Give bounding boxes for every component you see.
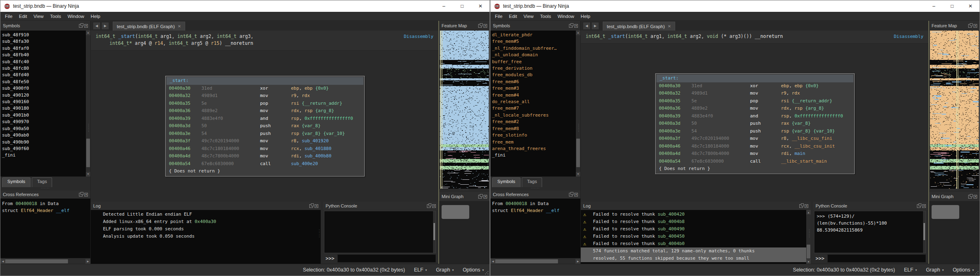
tab-close-icon[interactable]: ✕	[668, 24, 671, 29]
menu-edit[interactable]: Edit	[506, 14, 521, 19]
symbol-list-item[interactable]: free_derivation	[492, 65, 576, 72]
titlebar[interactable]: test_strip.bndb — Binary Ninja –□✕	[490, 0, 980, 12]
disasm-row[interactable]: 00400a364889e2movrdx, rsp {arg_8}	[656, 105, 854, 113]
log-line[interactable]: ⚠Failed to resolve thunk sub_400420	[581, 211, 811, 218]
menu-tools[interactable]: Tools	[537, 14, 554, 19]
console-scrollbar[interactable]	[923, 211, 925, 253]
graph-view[interactable]: _start: 00400a3031edxorebp, ebp {0x0}004…	[581, 44, 928, 202]
menu-edit[interactable]: Edit	[16, 14, 31, 19]
close-panel-icon[interactable]	[574, 193, 578, 197]
status-menu-elf[interactable]: ELF▾	[904, 267, 917, 273]
disasm-row[interactable]: 00400a3d50pushrax {var_8}	[166, 122, 364, 130]
function-prototype[interactable]: Disassembly int64_t _start(int64_t arg1,…	[91, 31, 438, 51]
feature-map[interactable]	[440, 31, 489, 189]
disasm-row[interactable]: 00400a5467e8c6030000call__libc_start_mai…	[656, 158, 854, 166]
maximize-button[interactable]: □	[943, 0, 961, 12]
disasm-row[interactable]: 00400a3f49c7c020194000movr8, sub_401920	[166, 137, 364, 145]
xref-hscrollbar[interactable]: ◀ ▶	[490, 259, 580, 264]
scroll-up-icon[interactable]: ▲	[806, 210, 811, 214]
nav-forward-button[interactable]: ▶	[591, 22, 599, 30]
popout-panel-icon[interactable]	[478, 195, 482, 199]
scrollbar-thumb[interactable]	[86, 139, 90, 167]
document-tab[interactable]: test_strip.bndb (ELF Graph) ✕	[603, 22, 675, 31]
disasm-row[interactable]: 00400a364889e2movrdx, rsp {arg_8}	[166, 107, 364, 115]
disasm-row[interactable]: 00400a394883e4f0andrsp, 0xffffffffffffff…	[656, 113, 854, 120]
close-panel-icon[interactable]	[483, 24, 487, 28]
disasm-row[interactable]: 00400a3e54pushrsp {var_8} {var_10}	[166, 130, 364, 138]
python-input[interactable]	[337, 254, 436, 263]
symbol-list-item[interactable]: sub_48faf0	[2, 45, 86, 52]
status-menu-graph[interactable]: Graph▾	[436, 267, 454, 273]
scroll-up-icon[interactable]: ▲	[576, 31, 580, 35]
popout-panel-icon[interactable]	[569, 24, 573, 28]
close-panel-icon[interactable]	[483, 195, 487, 199]
popout-panel-icon[interactable]	[478, 24, 482, 28]
close-panel-icon[interactable]	[922, 204, 926, 208]
scroll-right-icon[interactable]: ▶	[575, 259, 580, 264]
scroll-down-icon[interactable]: ▼	[576, 172, 580, 177]
maximize-button[interactable]: □	[453, 0, 471, 12]
symbol-list-item[interactable]: _nl_locale_subfreeres	[492, 112, 576, 119]
python-console-output[interactable]	[324, 211, 436, 253]
symbol-list-item[interactable]: _fini	[2, 152, 86, 159]
splitter-handle[interactable]: ······	[0, 187, 90, 190]
symbol-list-item[interactable]: dl_iterate_phdr	[492, 32, 576, 38]
menu-tools[interactable]: Tools	[47, 14, 64, 19]
symbol-list-item[interactable]: free_mem#4	[492, 92, 576, 99]
menu-file[interactable]: File	[2, 14, 16, 19]
splitter-handle[interactable]: ······	[929, 189, 980, 192]
menu-help[interactable]: Help	[578, 14, 594, 19]
symbol-list-item[interactable]: sub_48f910	[2, 32, 86, 38]
log-line[interactable]: Detected Little Endian endian ELF	[91, 211, 321, 218]
popout-panel-icon[interactable]	[309, 204, 313, 208]
disasm-row[interactable]: 00400a4d48c7c7800b4000movrdi, main	[656, 150, 854, 158]
popout-panel-icon[interactable]	[79, 24, 83, 28]
close-panel-icon[interactable]	[315, 204, 318, 208]
sidebar-splitter[interactable]: ······	[87, 124, 90, 132]
popout-panel-icon[interactable]	[917, 204, 921, 208]
python-input[interactable]	[827, 254, 926, 263]
status-menu-options[interactable]: Options▾	[463, 267, 484, 273]
disasm-row[interactable]: 00400a4d48c7c7800b4000movrdi, sub_400b80	[166, 152, 364, 160]
close-panel-icon[interactable]	[84, 24, 88, 28]
symbol-list-item[interactable]: sub_490180	[2, 105, 86, 112]
symbol-list-item[interactable]: free_slotinfo	[492, 132, 576, 139]
symbol-list-item[interactable]: _nl_finddomain_subfreer…	[492, 45, 576, 52]
symbol-list-item[interactable]: sub_48fa30	[2, 38, 86, 45]
log-line[interactable]: 574 functions matched total, 129 name-on…	[581, 247, 811, 255]
symbol-list-item[interactable]: _fini	[492, 152, 576, 159]
disasm-row[interactable]: 00400a5467e8c6030000callsub_400e20	[166, 160, 364, 168]
symbol-list-item[interactable]: sub_48fb40	[2, 52, 86, 58]
splitter-handle[interactable]: ······	[490, 187, 580, 190]
disasm-row[interactable]: 00400a3f49c7c020194000movr8, __libc_csu_…	[656, 135, 854, 143]
symbol-list-item[interactable]: sub_48fc80	[2, 65, 86, 72]
symbol-list-item[interactable]: free_mem#5	[492, 38, 576, 45]
symbol-list-item[interactable]: arena_thread_freeres	[492, 146, 576, 152]
popout-panel-icon[interactable]	[569, 193, 573, 197]
log-line[interactable]: ⚠Failed to resolve thunk sub_4004b8	[581, 218, 811, 225]
symbol-list-item[interactable]: free_mem#7	[492, 105, 576, 112]
sidebar-splitter[interactable]: ······	[577, 124, 580, 132]
symbol-list-item[interactable]: free_mem#3	[492, 85, 576, 92]
status-menu-elf[interactable]: ELF▾	[414, 267, 427, 273]
log-line[interactable]: ELF parsing took 0.000 seconds	[91, 225, 321, 233]
scrollbar-thumb[interactable]	[807, 245, 810, 258]
symbol-list-item[interactable]: sub_490970	[2, 119, 86, 125]
log-line[interactable]: Added linux-x86_64 entry point at 0x400a…	[91, 218, 321, 225]
minimize-button[interactable]: –	[435, 0, 453, 12]
menu-window[interactable]: Window	[554, 14, 578, 19]
status-menu-graph[interactable]: Graph▾	[926, 267, 944, 273]
view-type-label[interactable]: Disassembly	[894, 33, 923, 40]
popout-panel-icon[interactable]	[968, 195, 972, 199]
disasm-row[interactable]: 00400a4648c7c180184000movrcx, sub_401880	[166, 145, 364, 153]
disasm-row[interactable]: 00400a355epoprsi {__return_addr}	[166, 100, 364, 108]
resize-grip[interactable]	[975, 271, 979, 275]
scroll-right-icon[interactable]: ▶	[85, 259, 90, 264]
close-panel-icon[interactable]	[805, 204, 808, 208]
mini-graph[interactable]	[439, 201, 490, 264]
symbol-list-item[interactable]: sub_4900f0	[2, 85, 86, 92]
scroll-left-icon[interactable]: ◀	[490, 259, 495, 264]
symbol-list-item[interactable]: do_release_all	[492, 99, 576, 105]
mini-graph[interactable]	[929, 201, 980, 264]
symbols-scrollbar[interactable]: ▲ ▼	[576, 31, 580, 177]
